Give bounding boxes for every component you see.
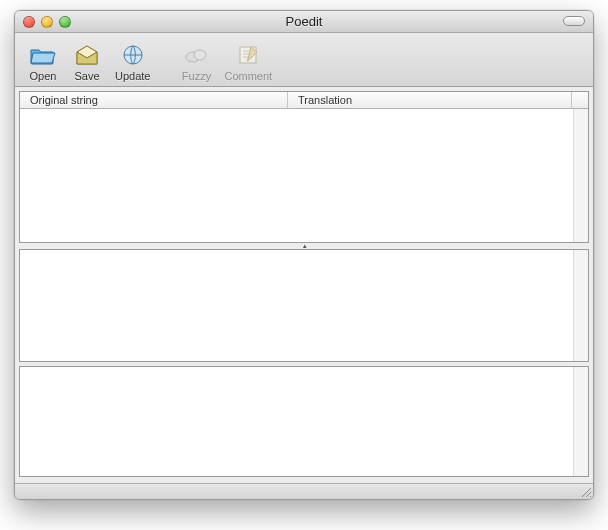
open-button[interactable]: Open	[21, 39, 65, 84]
save-button[interactable]: Save	[65, 39, 109, 84]
translation-text-pane	[19, 366, 589, 477]
window-title: Poedit	[15, 14, 593, 29]
fuzzy-button[interactable]: Fuzzy	[174, 39, 218, 84]
open-folder-icon	[27, 41, 59, 69]
toolbar-pill-button[interactable]	[563, 16, 585, 26]
svg-point-2	[194, 50, 206, 60]
content-area: Original string Translation ▴	[15, 87, 593, 483]
save-label: Save	[74, 70, 99, 82]
list-header: Original string Translation	[20, 92, 588, 109]
svg-line-6	[590, 496, 591, 497]
window-controls	[15, 16, 71, 28]
window-resize-grip[interactable]	[579, 485, 592, 498]
fuzzy-label: Fuzzy	[182, 70, 211, 82]
save-icon	[71, 41, 103, 69]
column-original[interactable]: Original string	[20, 92, 288, 108]
strings-list[interactable]: Original string Translation	[19, 91, 589, 243]
comment-label: Comment	[224, 70, 272, 82]
update-button[interactable]: Update	[109, 39, 156, 84]
update-globe-icon	[117, 41, 149, 69]
minimize-window-button[interactable]	[41, 16, 53, 28]
source-vertical-scrollbar[interactable]	[573, 250, 588, 361]
toolbar: Open Save U	[15, 33, 593, 87]
fuzzy-cloud-icon	[180, 41, 212, 69]
status-bar	[15, 483, 593, 499]
open-label: Open	[30, 70, 57, 82]
column-translation[interactable]: Translation	[288, 92, 572, 108]
titlebar: Poedit	[15, 11, 593, 33]
source-text-pane	[19, 249, 589, 362]
column-scroll-corner	[572, 92, 588, 108]
translation-text-input[interactable]	[20, 367, 573, 476]
zoom-window-button[interactable]	[59, 16, 71, 28]
update-label: Update	[115, 70, 150, 82]
comment-note-icon	[232, 41, 264, 69]
svg-line-4	[582, 488, 591, 497]
close-window-button[interactable]	[23, 16, 35, 28]
source-text	[20, 250, 573, 361]
list-vertical-scrollbar[interactable]	[573, 109, 588, 242]
app-window: Poedit Open	[14, 10, 594, 500]
translation-vertical-scrollbar[interactable]	[573, 367, 588, 476]
list-rows[interactable]	[20, 109, 573, 242]
comment-button[interactable]: Comment	[218, 39, 278, 84]
